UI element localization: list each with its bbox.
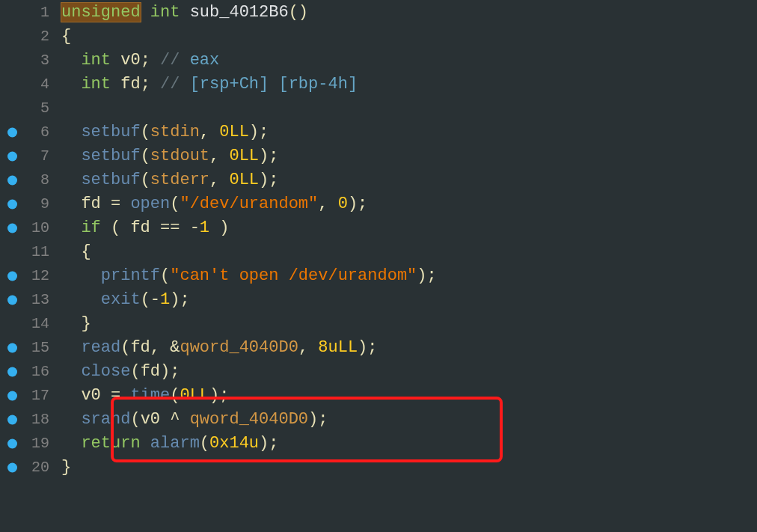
code-line[interactable]: close(fd); xyxy=(61,360,757,384)
token: close xyxy=(81,362,130,381)
breakpoint-dot-icon[interactable] xyxy=(7,200,17,210)
token: , & xyxy=(150,338,180,357)
token: - xyxy=(150,290,160,309)
breakpoint-dot-icon[interactable] xyxy=(7,272,17,281)
token: 1 xyxy=(160,290,170,309)
token: ); xyxy=(259,171,278,189)
code-line[interactable]: read(fd, &qword_4040D0, 8uLL); xyxy=(61,336,757,360)
gutter-line[interactable]: 20 xyxy=(0,456,55,480)
token: int xyxy=(81,75,111,94)
code-line[interactable]: { xyxy=(61,25,757,49)
code-line[interactable]: printf("can't open /dev/urandom"); xyxy=(61,264,757,288)
breakpoint-dot-icon[interactable] xyxy=(7,391,17,401)
line-number: 14 xyxy=(31,312,49,336)
token: = xyxy=(101,386,131,405)
code-line[interactable]: setbuf(stdout, 0LL); xyxy=(61,144,757,168)
code-line[interactable]: return alarm(0x14u); xyxy=(61,432,757,456)
gutter-line[interactable]: 2 xyxy=(0,25,55,49)
token: srand xyxy=(81,410,130,429)
breakpoint-dot-icon[interactable] xyxy=(7,224,17,233)
gutter-line[interactable]: 13 xyxy=(0,288,55,312)
token: ( xyxy=(141,147,150,165)
code-line[interactable]: exit(-1); xyxy=(61,288,757,312)
gutter-line[interactable]: 10 xyxy=(0,216,55,240)
token: { xyxy=(61,27,71,46)
gutter-line[interactable]: 3 xyxy=(0,49,55,73)
line-number: 13 xyxy=(31,288,49,312)
token: v0 xyxy=(81,386,100,405)
code-line[interactable]: } xyxy=(61,312,757,336)
token: unsigned xyxy=(61,3,141,22)
token: ); xyxy=(249,123,269,141)
token: alarm xyxy=(150,434,200,453)
token: = xyxy=(101,195,131,213)
token: fd xyxy=(130,338,150,357)
code-area[interactable]: unsigned int sub_4012B6(){ int v0; // ea… xyxy=(55,0,757,532)
breakpoint-dot-icon[interactable] xyxy=(7,367,17,377)
code-line[interactable]: setbuf(stdin, 0LL); xyxy=(61,120,757,144)
indent xyxy=(61,386,81,405)
gutter-line[interactable]: 4 xyxy=(0,73,55,97)
gutter-line[interactable]: 8 xyxy=(0,168,55,192)
gutter-line[interactable]: 18 xyxy=(0,408,55,432)
breakpoint-dot-icon[interactable] xyxy=(7,176,17,186)
token: setbuf xyxy=(81,147,140,165)
code-line[interactable] xyxy=(61,97,757,120)
token: 0LL xyxy=(229,147,259,165)
code-line[interactable]: fd = open("/dev/urandom", 0); xyxy=(61,192,757,216)
token: , xyxy=(318,195,337,213)
line-number: 18 xyxy=(31,408,49,432)
code-line[interactable]: if ( fd == -1 ) xyxy=(61,216,757,240)
token: ( xyxy=(141,171,150,189)
token: // xyxy=(160,51,190,70)
code-line[interactable]: setbuf(stderr, 0LL); xyxy=(61,168,757,192)
token: , xyxy=(298,338,318,357)
token: if xyxy=(81,218,100,237)
gutter-line[interactable]: 14 xyxy=(0,312,55,336)
code-line[interactable]: int fd; // [rsp+Ch] [rbp-4h] xyxy=(61,73,757,97)
gutter-line[interactable]: 17 xyxy=(0,384,55,408)
breakpoint-dot-icon[interactable] xyxy=(7,439,17,449)
token: 0 xyxy=(338,195,348,213)
breakpoint-dot-icon[interactable] xyxy=(7,152,17,162)
gutter-line[interactable]: 16 xyxy=(0,360,55,384)
token xyxy=(180,3,189,22)
code-line[interactable]: int v0; // eax xyxy=(61,49,757,73)
gutter-line[interactable]: 7 xyxy=(0,144,55,168)
line-number: 4 xyxy=(40,73,49,97)
code-line[interactable]: } xyxy=(61,456,757,480)
token: // xyxy=(160,75,190,94)
breakpoint-dot-icon[interactable] xyxy=(7,463,17,473)
gutter-line[interactable]: 15 xyxy=(0,336,55,360)
token: ); xyxy=(417,266,436,285)
indent xyxy=(61,314,81,333)
code-editor[interactable]: 1234567891011121314151617181920 unsigned… xyxy=(0,0,757,532)
token: fd xyxy=(130,218,150,237)
token: , xyxy=(209,147,229,165)
token: read xyxy=(81,338,120,357)
line-number: 3 xyxy=(40,49,49,73)
code-line[interactable]: { xyxy=(61,240,757,264)
gutter-line[interactable]: 6 xyxy=(0,120,55,144)
breakpoint-dot-icon[interactable] xyxy=(7,415,17,425)
indent xyxy=(61,171,81,189)
token: ( xyxy=(130,362,140,381)
gutter-line[interactable]: 9 xyxy=(0,192,55,216)
code-line[interactable]: v0 = time(0LL); xyxy=(61,384,757,408)
gutter: 1234567891011121314151617181920 xyxy=(0,0,55,532)
indent xyxy=(61,242,81,261)
line-number: 9 xyxy=(40,192,49,216)
token: int xyxy=(150,3,180,22)
gutter-line[interactable]: 5 xyxy=(0,97,55,120)
indent xyxy=(61,290,101,309)
gutter-line[interactable]: 11 xyxy=(0,240,55,264)
gutter-line[interactable]: 1 xyxy=(0,1,55,25)
breakpoint-dot-icon[interactable] xyxy=(7,343,17,353)
code-line[interactable]: srand(v0 ^ qword_4040D0); xyxy=(61,408,757,432)
token: open xyxy=(130,195,170,213)
breakpoint-dot-icon[interactable] xyxy=(7,128,17,138)
gutter-line[interactable]: 19 xyxy=(0,432,55,456)
breakpoint-dot-icon[interactable] xyxy=(7,296,17,305)
code-line[interactable]: unsigned int sub_4012B6() xyxy=(61,1,757,25)
gutter-line[interactable]: 12 xyxy=(0,264,55,288)
